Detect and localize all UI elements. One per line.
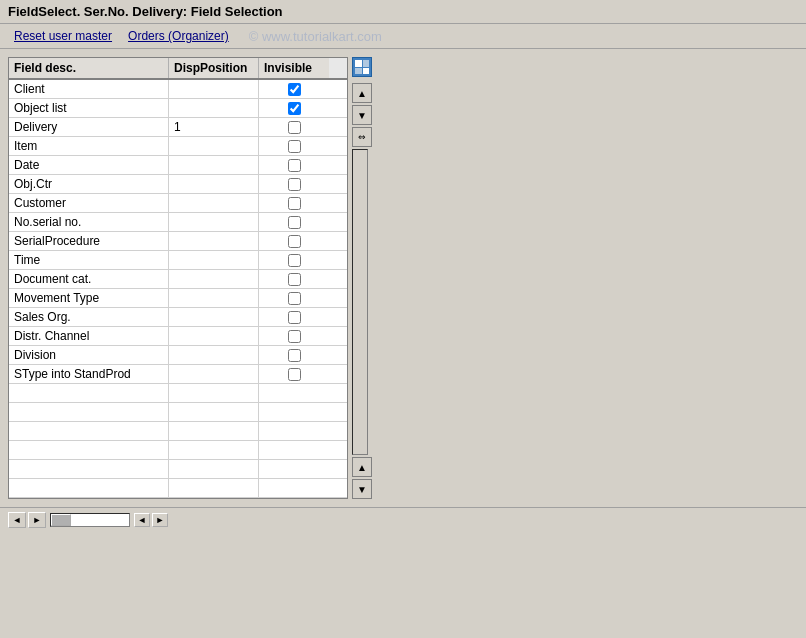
col-header-disp-position: DispPosition <box>169 58 259 78</box>
invisible-movement-type[interactable] <box>259 289 329 307</box>
col-header-field-desc: Field desc. <box>9 58 169 78</box>
checkbox-obj-ctr-invisible[interactable] <box>288 178 301 191</box>
field-desc-serial-procedure: SerialProcedure <box>9 232 169 250</box>
nav-left-button[interactable]: ◄ <box>8 512 26 528</box>
table-header: Field desc. DispPosition Invisible <box>9 58 347 80</box>
menu-item-reset[interactable]: Reset user master <box>8 27 118 45</box>
bottom-nav-bar: ◄ ► ◄ ► <box>0 507 806 532</box>
table-row: Division <box>9 346 347 365</box>
scroll-up-button[interactable]: ▲ <box>352 83 372 103</box>
title-bar: FieldSelect. Ser.No. Delivery: Field Sel… <box>0 0 806 24</box>
disp-pos-movement-type <box>169 289 259 307</box>
checkbox-document-cat-invisible[interactable] <box>288 273 301 286</box>
field-desc-sales-org: Sales Org. <box>9 308 169 326</box>
invisible-division[interactable] <box>259 346 329 364</box>
table-row: No.serial no. <box>9 213 347 232</box>
table-row: Obj.Ctr <box>9 175 347 194</box>
invisible-document-cat[interactable] <box>259 270 329 288</box>
table-row: SType into StandProd <box>9 365 347 384</box>
field-desc-customer: Customer <box>9 194 169 212</box>
table-row: Sales Org. <box>9 308 347 327</box>
title-text: FieldSelect. Ser.No. Delivery: Field Sel… <box>8 4 283 19</box>
field-desc-date: Date <box>9 156 169 174</box>
checkbox-object-list-invisible[interactable] <box>288 102 301 115</box>
field-desc-division: Division <box>9 346 169 364</box>
invisible-client[interactable] <box>259 80 329 98</box>
checkbox-distr-channel-invisible[interactable] <box>288 330 301 343</box>
checkbox-client-invisible[interactable] <box>288 83 301 96</box>
field-desc-stype-standprod: SType into StandProd <box>9 365 169 383</box>
table-row <box>9 422 347 441</box>
scroll-down-button[interactable]: ▼ <box>352 105 372 125</box>
invisible-obj-ctr[interactable] <box>259 175 329 193</box>
disp-pos-serial-procedure <box>169 232 259 250</box>
scroll-up-icon: ▲ <box>357 88 367 99</box>
disp-pos-document-cat <box>169 270 259 288</box>
invisible-date[interactable] <box>259 156 329 174</box>
field-desc-empty <box>9 384 169 402</box>
checkbox-item-invisible[interactable] <box>288 140 301 153</box>
checkbox-time-invisible[interactable] <box>288 254 301 267</box>
table-row: Customer <box>9 194 347 213</box>
scroll-bottom-down-button[interactable]: ▼ <box>352 479 372 499</box>
table-row: Date <box>9 156 347 175</box>
disp-pos-date <box>169 156 259 174</box>
checkbox-delivery-invisible[interactable] <box>288 121 301 134</box>
disp-pos-division <box>169 346 259 364</box>
invisible-item[interactable] <box>259 137 329 155</box>
field-desc-document-cat: Document cat. <box>9 270 169 288</box>
checkbox-no-serial-no-invisible[interactable] <box>288 216 301 229</box>
invisible-delivery[interactable] <box>259 118 329 136</box>
main-content: Field desc. DispPosition Invisible Clien… <box>0 49 806 507</box>
nav-right-button[interactable]: ► <box>28 512 46 528</box>
invisible-serial-procedure[interactable] <box>259 232 329 250</box>
table-row: Document cat. <box>9 270 347 289</box>
checkbox-division-invisible[interactable] <box>288 349 301 362</box>
scroll-bottom-up-button[interactable]: ▲ <box>352 457 372 477</box>
scroll-down-icon: ▼ <box>357 110 367 121</box>
field-desc-item: Item <box>9 137 169 155</box>
field-desc-movement-type: Movement Type <box>9 289 169 307</box>
checkbox-customer-invisible[interactable] <box>288 197 301 210</box>
field-desc-client: Client <box>9 80 169 98</box>
table-row: Item <box>9 137 347 156</box>
table-row: Delivery 1 <box>9 118 347 137</box>
menu-item-orders[interactable]: Orders (Organizer) <box>122 27 235 45</box>
field-desc-delivery: Delivery <box>9 118 169 136</box>
disp-pos-stype-standprod <box>169 365 259 383</box>
h-nav-left-button[interactable]: ◄ <box>134 513 150 527</box>
table-row <box>9 441 347 460</box>
split-button[interactable]: ⇔ <box>352 127 372 147</box>
checkbox-sales-org-invisible[interactable] <box>288 311 301 324</box>
position-badge-icon <box>352 57 372 77</box>
invisible-sales-org[interactable] <box>259 308 329 326</box>
h-nav-right-icon: ► <box>156 515 165 525</box>
checkbox-date-invisible[interactable] <box>288 159 301 172</box>
field-desc-no-serial-no: No.serial no. <box>9 213 169 231</box>
invisible-customer[interactable] <box>259 194 329 212</box>
table-row: SerialProcedure <box>9 232 347 251</box>
table-row: Time <box>9 251 347 270</box>
table-row <box>9 384 347 403</box>
invisible-time[interactable] <box>259 251 329 269</box>
vertical-scrollbar[interactable] <box>352 149 368 455</box>
invisible-stype-standprod[interactable] <box>259 365 329 383</box>
table-row <box>9 403 347 422</box>
watermark: © www.tutorialkart.com <box>249 29 382 44</box>
checkbox-movement-type-invisible[interactable] <box>288 292 301 305</box>
horizontal-scroll-track[interactable] <box>50 513 130 527</box>
h-nav-right-button[interactable]: ► <box>152 513 168 527</box>
disp-pos-delivery: 1 <box>169 118 259 136</box>
field-table: Field desc. DispPosition Invisible Clien… <box>8 57 348 499</box>
invisible-object-list[interactable] <box>259 99 329 117</box>
field-desc-time: Time <box>9 251 169 269</box>
invisible-no-serial-no[interactable] <box>259 213 329 231</box>
h-nav-left-icon: ◄ <box>138 515 147 525</box>
checkbox-serial-procedure-invisible[interactable] <box>288 235 301 248</box>
disp-pos-distr-channel <box>169 327 259 345</box>
nav-right-icon: ► <box>33 515 42 525</box>
invisible-distr-channel[interactable] <box>259 327 329 345</box>
field-desc-distr-channel: Distr. Channel <box>9 327 169 345</box>
checkbox-stype-standprod-invisible[interactable] <box>288 368 301 381</box>
disp-pos-no-serial-no <box>169 213 259 231</box>
